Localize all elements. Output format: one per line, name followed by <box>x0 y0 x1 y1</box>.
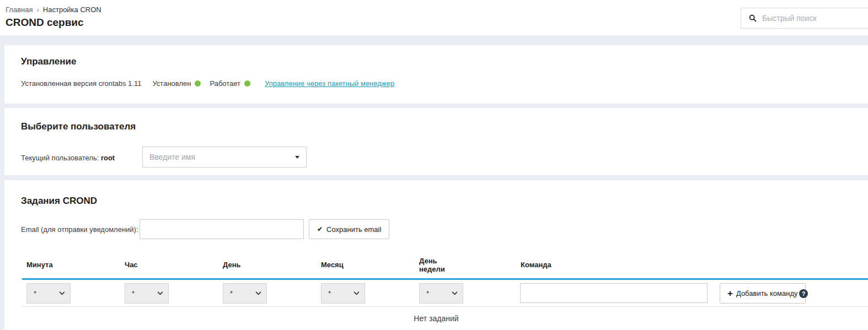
search-icon <box>749 14 757 22</box>
chevron-down-icon <box>59 291 65 295</box>
day-select-value: * <box>230 289 255 297</box>
save-email-button-label: Сохранить email <box>326 225 381 234</box>
breadcrumb-current: Настройка CRON <box>43 6 101 14</box>
card-crond-tasks: Задания CROND Email (для отправки уведом… <box>4 180 868 330</box>
management-heading: Управление <box>21 56 76 67</box>
add-command-button-label: Добавить команду <box>736 289 798 297</box>
management-info-row: Установленная версия crontabs 1.11 Устан… <box>21 79 394 88</box>
hour-select-value: * <box>132 289 157 297</box>
help-icon[interactable]: ? <box>799 289 808 298</box>
day-select[interactable]: * <box>223 283 267 304</box>
running-status-label: Работает <box>210 79 240 88</box>
caret-down-icon <box>295 156 299 159</box>
breadcrumb: Главная›Настройка CRON <box>6 6 101 14</box>
current-user-value: root <box>101 154 115 162</box>
crond-tasks-heading: Задания CROND <box>21 196 97 207</box>
column-header-hour: Час <box>125 261 138 269</box>
check-icon: ✔ <box>317 225 323 233</box>
weekday-select[interactable]: * <box>419 283 463 304</box>
quick-search <box>741 8 868 29</box>
add-command-button[interactable]: + Добавить команду <box>720 283 806 304</box>
hour-select[interactable]: * <box>125 283 169 304</box>
chevron-down-icon <box>452 291 458 295</box>
column-header-month: Месяц <box>321 261 344 269</box>
current-user-label-text: Текущий пользователь: <box>21 154 99 162</box>
package-manager-link[interactable]: Управление через пакетный менеджер <box>265 79 394 88</box>
column-header-weekday: День недели <box>419 257 448 273</box>
card-select-user: Выберите пользователя Текущий пользовате… <box>4 108 868 175</box>
column-header-command: Команда <box>521 261 551 269</box>
installed-status-label: Установлен <box>152 79 191 88</box>
column-header-minute: Минута <box>26 261 53 269</box>
chevron-down-icon <box>157 291 163 295</box>
email-input[interactable] <box>140 219 304 239</box>
save-email-button[interactable]: ✔ Сохранить email <box>309 219 389 239</box>
card-management: Управление Установленная версия crontabs… <box>4 45 868 104</box>
breadcrumb-separator-icon: › <box>36 6 39 14</box>
email-label: Email (для отправки уведомлений): <box>21 225 138 234</box>
table-header-divider <box>22 278 868 280</box>
minute-select-value: * <box>34 289 59 297</box>
plus-icon: + <box>727 289 733 298</box>
row-divider <box>22 306 868 307</box>
page-header: Главная›Настройка CRON CROND сервис <box>0 0 868 35</box>
status-ok-icon <box>195 80 201 86</box>
chevron-down-icon <box>353 291 360 295</box>
installed-status: Установлен <box>152 79 201 88</box>
command-input[interactable] <box>520 283 708 303</box>
breadcrumb-home[interactable]: Главная <box>6 6 33 14</box>
month-select[interactable]: * <box>321 283 365 304</box>
version-text: Установленная версия crontabs 1.11 <box>21 79 141 88</box>
weekday-select-value: * <box>426 289 452 297</box>
user-select-placeholder: Введите имя <box>149 153 295 161</box>
month-select-value: * <box>328 289 353 297</box>
status-ok-icon <box>244 80 250 86</box>
empty-tasks-message: Нет заданий <box>4 314 868 323</box>
page-title: CROND сервис <box>6 17 84 29</box>
user-select[interactable]: Введите имя <box>142 147 307 167</box>
current-user-label: Текущий пользователь: root <box>21 154 115 162</box>
minute-select[interactable]: * <box>26 283 71 304</box>
select-user-heading: Выберите пользователя <box>21 121 136 132</box>
search-input[interactable] <box>762 14 868 23</box>
column-header-day: День <box>223 261 241 269</box>
running-status: Работает <box>210 79 250 88</box>
chevron-down-icon <box>255 291 261 295</box>
